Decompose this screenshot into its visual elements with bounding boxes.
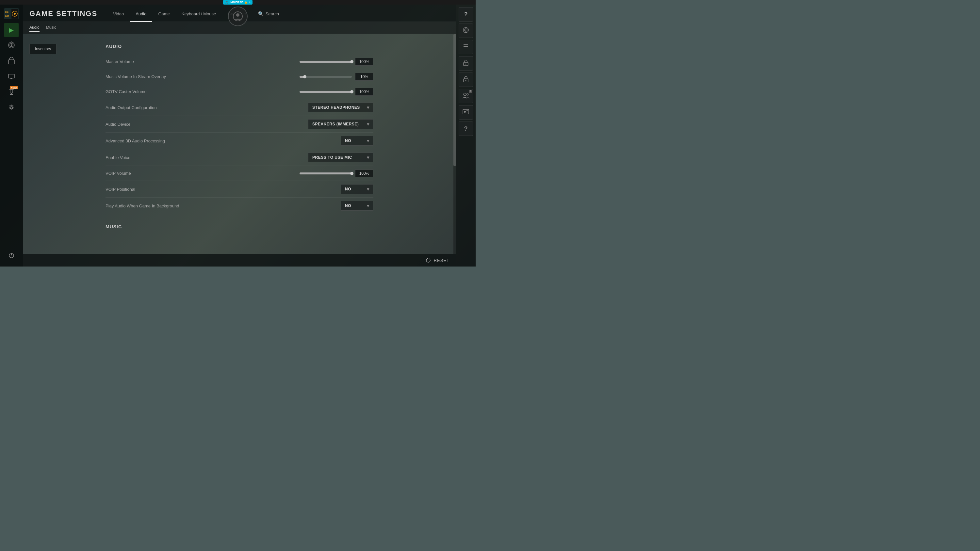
svg-point-31: [463, 93, 466, 96]
right-btn-friends[interactable]: 2: [459, 89, 473, 103]
sub-tab-audio[interactable]: Audio: [29, 24, 40, 32]
reset-button[interactable]: RESET: [425, 257, 450, 263]
dropdown-arrow-enable-voice: ▾: [367, 155, 369, 160]
svg-point-30: [466, 80, 466, 81]
dropdown-arrow-voip-positional: ▾: [367, 186, 369, 192]
search-icon: 🔍: [258, 11, 264, 16]
music-section-title: Music: [105, 224, 373, 229]
svg-point-10: [11, 44, 12, 46]
immerse-icon: 🎵: [225, 1, 229, 4]
setting-row-play-audio-background: Play Audio When Game In Background NO ▾: [105, 198, 373, 214]
trophy-icon: [8, 89, 15, 97]
sidebar-btn-new-item[interactable]: NEW!: [4, 86, 19, 100]
reset-label: RESET: [434, 258, 450, 263]
left-sidebar: CS GO ▶: [0, 5, 23, 267]
advanced-3d-audio-label: Advanced 3D Audio Processing: [105, 138, 220, 143]
voip-volume-thumb[interactable]: [350, 172, 353, 175]
right-btn-profile[interactable]: [459, 105, 473, 119]
svg-point-22: [466, 29, 466, 30]
lock-icon-small: 🔒: [244, 1, 248, 4]
tab-game[interactable]: Game: [152, 9, 175, 19]
scrollbar-track[interactable]: [453, 34, 456, 254]
gotv-caster-volume-label: GOTV Caster Volume: [105, 89, 220, 94]
right-btn-ranking[interactable]: [459, 40, 473, 54]
gotv-caster-volume-value: 100%: [355, 88, 373, 96]
setting-row-audio-output-config: Audio Output Configuration STEREO HEADPH…: [105, 99, 373, 116]
svg-point-32: [466, 94, 468, 95]
immerse-label: IMMERSE: [230, 1, 243, 4]
profile-icon: [462, 108, 469, 117]
scrollbar-thumb[interactable]: [453, 34, 456, 166]
new-badge-label: NEW!: [10, 86, 18, 89]
setting-row-advanced-3d-audio: Advanced 3D Audio Processing NO ▾: [105, 133, 373, 149]
power-icon: [8, 252, 15, 260]
gotv-caster-volume-control: 100%: [299, 88, 373, 96]
audio-device-label: Audio Device: [105, 122, 220, 127]
audio-output-config-dropdown[interactable]: STEREO HEADPHONES ▾: [308, 103, 373, 112]
csgo-logo-svg: CS GO: [4, 8, 19, 19]
music-volume-overlay-thumb[interactable]: [303, 75, 306, 78]
right-btn-help2[interactable]: ?: [459, 122, 473, 136]
play-icon: ▶: [9, 27, 14, 33]
svg-rect-12: [8, 60, 14, 64]
sidebar-btn-store[interactable]: [4, 54, 19, 68]
center-avatar-area: [228, 6, 248, 26]
music-volume-overlay-value: 10%: [355, 73, 373, 81]
tab-video[interactable]: Video: [107, 9, 130, 19]
sidebar-btn-settings[interactable]: [4, 101, 19, 116]
sidebar-bottom: [4, 249, 19, 263]
setting-row-gotv-caster-volume: GOTV Caster Volume 100%: [105, 84, 373, 99]
master-volume-slider[interactable]: [299, 61, 352, 63]
sidebar-btn-power[interactable]: [4, 249, 19, 263]
voip-volume-slider[interactable]: [299, 173, 352, 175]
setting-row-music-volume-overlay: Music Volume In Steam Overlay 10%: [105, 69, 373, 84]
play-audio-background-value: NO: [345, 203, 351, 208]
master-volume-fill: [299, 61, 352, 63]
voip-positional-value: NO: [345, 187, 351, 191]
music-volume-overlay-slider[interactable]: [299, 76, 352, 78]
search-tab[interactable]: 🔍 Search: [252, 8, 285, 19]
play-audio-background-dropdown[interactable]: NO ▾: [341, 201, 373, 211]
radio-icon: [8, 41, 15, 50]
inventory-button[interactable]: Inventory: [29, 44, 57, 54]
advanced-3d-audio-value: NO: [345, 138, 351, 143]
master-volume-thumb[interactable]: [350, 60, 353, 64]
enable-voice-dropdown[interactable]: PRESS TO USE MIC ▾: [308, 152, 373, 162]
help2-icon: ?: [464, 125, 468, 132]
setting-row-audio-device: Audio Device SPEAKERS (IMMERSE) ▾: [105, 116, 373, 133]
svg-marker-38: [429, 258, 431, 259]
audio-device-value: SPEAKERS (IMMERSE): [312, 122, 359, 126]
voip-volume-fill: [299, 173, 352, 175]
audio-output-config-label: Audio Output Configuration: [105, 105, 220, 110]
music-section: Music: [105, 224, 373, 229]
right-btn-lock[interactable]: [459, 56, 473, 71]
setting-row-master-volume: Master Volume 100%: [105, 54, 373, 69]
sidebar-btn-play[interactable]: ▶: [4, 23, 19, 37]
settings-panel: Audio Master Volume 100% Music Volume In…: [92, 34, 387, 241]
sidebar-btn-radio[interactable]: [4, 38, 19, 53]
music-volume-overlay-label: Music Volume In Steam Overlay: [105, 74, 220, 79]
avatar-icon: [232, 11, 243, 22]
audio-device-dropdown[interactable]: SPEAKERS (IMMERSE) ▾: [308, 119, 373, 129]
csgo-logo[interactable]: CS GO: [3, 7, 20, 20]
voip-positional-label: VOIP Positional: [105, 187, 220, 192]
sub-tab-music[interactable]: Music: [46, 24, 56, 32]
right-btn-help[interactable]: ?: [459, 7, 473, 22]
dropdown-arrow-play-audio-background: ▾: [367, 203, 369, 208]
sidebar-btn-watch[interactable]: [4, 70, 19, 84]
advanced-3d-audio-dropdown[interactable]: NO ▾: [341, 136, 373, 146]
content-area[interactable]: Inventory Audio Master Volume 100% Music…: [23, 34, 456, 254]
gotv-caster-volume-slider[interactable]: [299, 91, 352, 93]
plus-icon-small: +: [249, 1, 251, 4]
avatar-circle: [228, 6, 248, 26]
right-btn-achievements[interactable]: [459, 24, 473, 38]
voip-positional-dropdown[interactable]: NO ▾: [341, 184, 373, 194]
svg-rect-13: [8, 74, 14, 78]
tab-audio[interactable]: Audio: [130, 9, 152, 19]
master-volume-control: 100%: [299, 58, 373, 66]
tab-keyboard-mouse[interactable]: Keyboard / Mouse: [176, 9, 222, 19]
gotv-caster-volume-thumb[interactable]: [350, 90, 353, 94]
ranking-icon: [462, 43, 469, 52]
page-title: GAME SETTINGS: [29, 10, 97, 18]
right-btn-lock2[interactable]: [459, 73, 473, 87]
